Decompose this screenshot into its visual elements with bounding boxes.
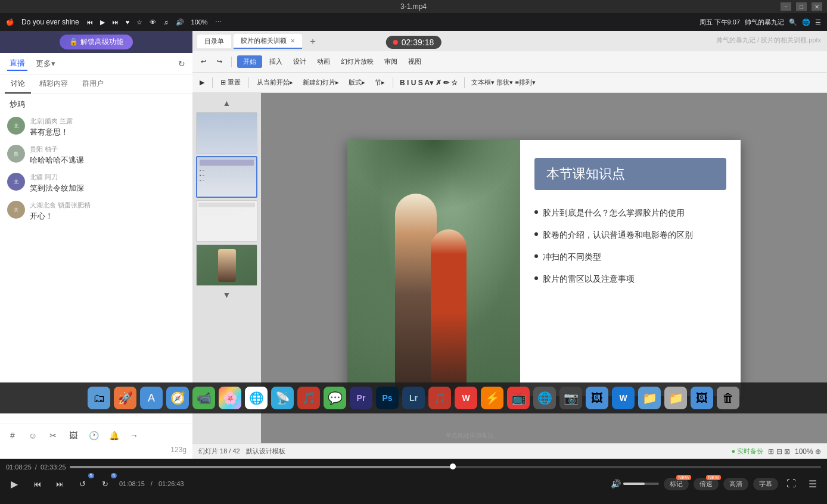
fullscreen-btn[interactable]: ⛶ [783,475,800,492]
layout-options-btn[interactable]: ⊞ 重置 [217,77,244,88]
scissors-icon[interactable]: ✂ [46,429,60,442]
next-track[interactable]: ⏭ [112,18,119,26]
dock-app19[interactable]: 📷 [559,387,582,409]
slide-thumb[interactable] [196,200,257,242]
dock-photos[interactable]: 🌸 [219,387,241,409]
minimize-button[interactable]: － [781,2,791,11]
progress-thumb[interactable] [450,463,456,469]
emoji-icon[interactable]: ☺ [26,429,39,442]
apple-menu[interactable]: 🍎 [6,18,14,26]
dock-facetime[interactable]: 📹 [192,387,215,409]
volume-speaker-icon[interactable]: 🔊 [611,479,621,489]
arrow-icon[interactable]: → [128,429,141,442]
more-options-btn[interactable]: ☰ [804,475,821,492]
dock-folder1[interactable]: 📁 [638,387,661,409]
nav-tab-discuss[interactable]: 讨论 [5,75,31,94]
dock-airdrop[interactable]: 📡 [271,387,294,409]
live-tab[interactable]: 直播 [7,57,27,71]
zoom-control[interactable]: 100% ⊕ [795,447,821,456]
dock-wechat[interactable]: 💬 [324,387,346,409]
insert-tab[interactable]: 插入 [266,56,286,67]
redo-btn[interactable]: ↪ [213,57,226,67]
play-pause-btn[interactable]: ▶ [6,475,23,492]
dock-app18[interactable]: 🌐 [533,387,556,409]
dock-wps-blue[interactable]: W [612,387,635,409]
refresh-icon[interactable]: ↻ [178,59,185,69]
design-tab[interactable]: 设计 [290,56,310,67]
review-tab[interactable]: 审阅 [381,56,401,67]
nav-tab-users[interactable]: 群用户 [76,75,110,94]
dock-lightroom[interactable]: Lr [402,387,425,409]
next-btn[interactable]: ⏭ [51,475,68,492]
ppt-tab-catalog[interactable]: 目录单 [197,35,231,48]
star-icon[interactable]: ☆ [136,18,142,26]
more-tab[interactable]: 更多▾ [33,57,58,70]
dock-premiere[interactable]: Pr [350,387,372,409]
bell-icon[interactable]: 🔔 [107,429,120,442]
view-tab[interactable]: 视图 [405,56,425,67]
dock-finder[interactable]: 🗂 [88,387,110,409]
mark-btn[interactable]: 标记 NEW [664,478,689,490]
image-icon[interactable]: 🖼 [67,429,80,442]
dock-chrome[interactable]: 🌐 [245,387,268,409]
search-menu-icon[interactable]: 🔍 [789,18,797,26]
dock-music[interactable]: 🎵 [428,387,451,409]
undo-btn[interactable]: ↩ [197,57,210,67]
slide-thumb[interactable] [196,112,257,154]
eye-icon[interactable]: 👁 [150,18,156,26]
tab-close-icon[interactable]: ✕ [290,38,295,44]
heart-icon[interactable]: ♥ [126,18,130,26]
section-btn[interactable]: 节▸ [371,77,388,88]
speed-btn[interactable]: 倍速 NEW [694,478,719,490]
dock-wps-red[interactable]: W [455,387,477,409]
timer-overlay: 02:39:18 [386,36,442,49]
dock-app17[interactable]: 📺 [507,387,530,409]
volume-slider[interactable] [623,483,659,485]
volume-icon[interactable]: 🔊 [176,18,184,26]
dock-preview[interactable]: 🖼 [691,387,713,409]
dock-appstore[interactable]: A [140,387,163,409]
maximize-button[interactable]: □ [796,2,807,11]
ppt-tab-active[interactable]: 胶片的相关训额 ✕ [234,34,302,49]
view-icons[interactable]: ⊞ ⊟ ⊠ [768,447,790,456]
scroll-down-arrow[interactable]: ▼ [196,288,257,301]
skip-fwd-btn[interactable]: ↻ 5 [97,475,113,492]
dock-photoshop[interactable]: Ps [376,387,399,409]
unlock-button[interactable]: 🔒 解锁高级功能 [60,35,132,49]
dock-app20[interactable]: 🖼 [586,387,608,409]
music-icon[interactable]: ♬ [163,18,168,26]
text-box-btn[interactable]: 文本框▾ 形状▾ ≡排列▾ [469,78,538,87]
prev-track[interactable]: ⏮ [86,18,93,26]
dock-launchpad[interactable]: 🚀 [114,387,136,409]
start-tab[interactable]: 开始 [237,55,262,68]
play-from-current-btn[interactable]: ▶ [196,77,208,88]
slide-thumb-active[interactable]: • ···• ···• ··· [196,156,257,198]
quality-btn[interactable]: 高清 [723,478,748,490]
dock-trash[interactable]: 🗑 [717,387,739,409]
dock-netease[interactable]: 🎵 [297,387,320,409]
skip-back-btn[interactable]: ↺ 5 [74,475,91,492]
slide-thumb[interactable] [196,244,257,286]
animation-tab[interactable]: 动画 [313,56,334,67]
close-button[interactable]: ✕ [812,2,822,11]
subtitle-btn[interactable]: 字幕 [753,478,778,490]
prev-btn[interactable]: ⏮ [29,475,45,492]
nav-tab-highlights[interactable]: 精彩内容 [33,75,74,94]
new-slide-btn[interactable]: 新建幻灯片▸ [299,77,343,88]
dock-folder2[interactable]: 📁 [664,387,687,409]
globe-icon[interactable]: 🌐 [802,18,810,26]
scroll-up-arrow[interactable]: ▲ [196,97,257,110]
dock-safari[interactable]: 🧭 [166,387,189,409]
hashtag-icon[interactable]: # [6,429,19,442]
play-pause-menu[interactable]: ▶ [100,18,105,26]
clock-icon[interactable]: 🕐 [87,429,100,442]
menu-icon[interactable]: ☰ [815,18,821,26]
slideshow-tab[interactable]: 幻灯片放映 [337,56,377,67]
from-current-btn[interactable]: 从当前开始▸ [253,77,297,88]
app-name[interactable]: Do you ever shine [21,18,79,26]
progress-track[interactable] [70,466,821,468]
more-menu[interactable]: ⋯ [215,18,222,26]
add-tab-button[interactable]: ＋ [304,35,321,48]
layout-btn[interactable]: 版式▸ [345,77,369,88]
dock-app16[interactable]: ⚡ [481,387,503,409]
